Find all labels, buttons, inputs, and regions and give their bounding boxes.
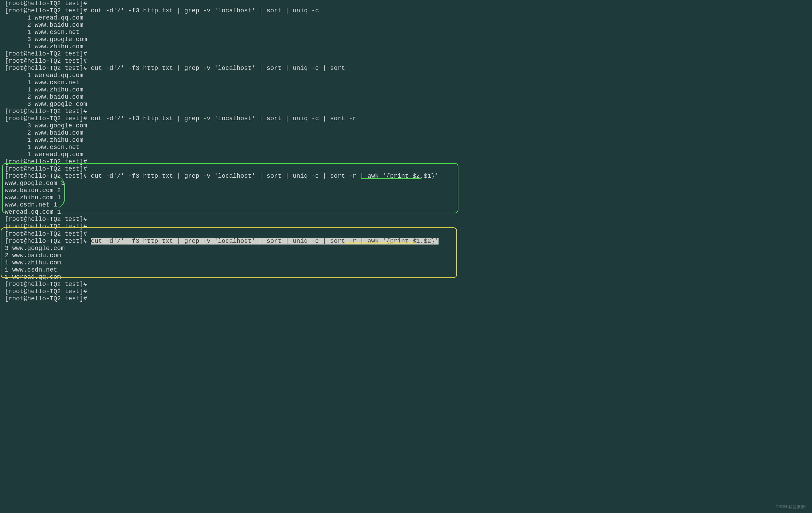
prompt-line: [root@hello-TQ2 test]# <box>5 281 807 288</box>
output-line: weread.qq.com 1 <box>5 209 807 216</box>
output-line: 1 www.zhihu.com <box>5 259 807 266</box>
output-line: 1 www.zhihu.com <box>5 86 807 93</box>
output-line: www.csdn.net 1 <box>5 201 807 209</box>
prompt-line: [root@hello-TQ2 test]# <box>5 216 807 223</box>
output-line: 3 www.google.com <box>5 36 807 43</box>
prompt-line: [root@hello-TQ2 test]# <box>5 295 807 302</box>
command-line: [root@hello-TQ2 test]# cut -d'/' -f3 htt… <box>5 7 807 14</box>
output-line: 1 www.zhihu.com <box>5 43 807 50</box>
output-line: 1 weread.qq.com <box>5 274 807 281</box>
output-line: 1 weread.qq.com <box>5 72 807 79</box>
prompt-line: [root@hello-TQ2 test]# <box>5 158 807 165</box>
prompt-line: [root@hello-TQ2 test]# <box>5 230 807 238</box>
output-line: 3 www.google.com <box>5 101 807 108</box>
output-line: 1 weread.qq.com <box>5 151 807 158</box>
output-line: 1 weread.qq.com <box>5 14 807 22</box>
prompt-line: [root@hello-TQ2 test]# <box>5 165 807 173</box>
output-line: 2 www.baidu.com <box>5 93 807 101</box>
prompt-line: [root@hello-TQ2 test]# <box>5 108 807 115</box>
prompt-line: [root@hello-TQ2 test]# <box>5 223 807 230</box>
selected-command: cut -d'/' -f3 http.txt | grep -v 'localh… <box>91 238 439 245</box>
output-line: 1 www.csdn.net <box>5 79 807 86</box>
command-line: [root@hello-TQ2 test]# cut -d'/' -f3 htt… <box>5 173 807 180</box>
command-line: [root@hello-TQ2 test]# cut -d'/' -f3 htt… <box>5 115 807 122</box>
output-line: 3 www.google.com <box>5 122 807 129</box>
output-line: 3 www.google.com <box>5 245 807 252</box>
prompt-line: [root@hello-TQ2 test]# <box>5 0 807 7</box>
output-line: 1 www.csdn.net <box>5 29 807 36</box>
output-line: www.zhihu.com 1 <box>5 194 807 201</box>
command-line: [root@hello-TQ2 test]# cut -d'/' -f3 htt… <box>5 238 807 245</box>
watermark: CSDN @@素素~ <box>775 505 807 510</box>
prompt-line: [root@hello-TQ2 test]# <box>5 50 807 58</box>
terminal-window[interactable]: [root@hello-TQ2 test]# [root@hello-TQ2 t… <box>0 0 812 302</box>
output-line: 1 www.csdn.net <box>5 144 807 151</box>
output-line: 2 www.baidu.com <box>5 22 807 29</box>
output-line: 2 www.baidu.com <box>5 129 807 137</box>
output-line: www.google.com 3 <box>5 180 807 187</box>
output-line: 1 www.csdn.net <box>5 266 807 274</box>
output-line: www.baidu.com 2 <box>5 187 807 194</box>
command-line: [root@hello-TQ2 test]# cut -d'/' -f3 htt… <box>5 65 807 72</box>
prompt-line: [root@hello-TQ2 test]# <box>5 288 807 295</box>
prompt-line: [root@hello-TQ2 test]# <box>5 58 807 65</box>
output-line: 1 www.zhihu.com <box>5 137 807 144</box>
output-line: 2 www.baidu.com <box>5 252 807 259</box>
